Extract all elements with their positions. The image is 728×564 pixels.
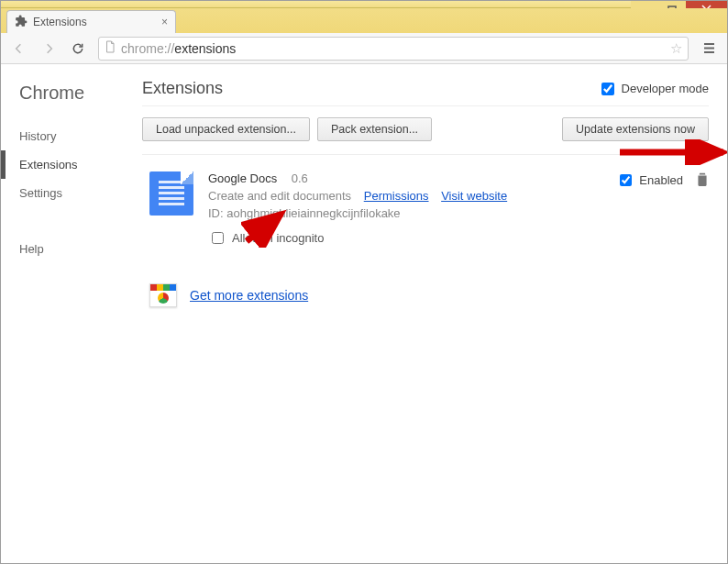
sidebar-item-help[interactable]: Help xyxy=(19,235,138,263)
bookmark-star-icon[interactable]: ☆ xyxy=(670,40,682,57)
sidebar-item-settings[interactable]: Settings xyxy=(19,179,138,207)
developer-mode-label: Developer mode xyxy=(622,82,709,95)
enabled-toggle[interactable]: Enabled xyxy=(616,171,683,189)
forward-button[interactable] xyxy=(36,36,61,61)
allow-incognito-toggle[interactable]: Allow in incognito xyxy=(208,229,601,247)
chrome-menu-button[interactable] xyxy=(696,36,722,61)
developer-mode-checkbox[interactable] xyxy=(601,83,614,95)
get-more-extensions-link[interactable]: Get more extensions xyxy=(190,288,308,303)
reload-button[interactable] xyxy=(65,36,91,61)
puzzle-piece-icon xyxy=(15,15,28,30)
permissions-link[interactable]: Permissions xyxy=(364,189,429,203)
page-icon xyxy=(105,40,116,56)
sidebar-title: Chrome xyxy=(19,83,138,104)
extension-description: Create and edit documents xyxy=(208,189,351,203)
pack-extension-button[interactable]: Pack extension... xyxy=(317,117,432,141)
tab-close-icon[interactable]: × xyxy=(161,16,168,28)
back-button[interactable] xyxy=(6,36,32,61)
trash-icon[interactable] xyxy=(696,171,709,189)
load-unpacked-button[interactable]: Load unpacked extension... xyxy=(142,117,310,141)
page-title: Extensions xyxy=(142,79,223,98)
extension-version: 0.6 xyxy=(292,171,308,185)
extension-app-icon xyxy=(149,171,193,216)
allow-incognito-label: Allow in incognito xyxy=(232,231,324,245)
update-extensions-button[interactable]: Update extensions now xyxy=(562,117,709,141)
sidebar-item-extensions[interactable]: Extensions xyxy=(1,150,138,179)
extension-id-label: ID: xyxy=(208,206,224,220)
browser-tab[interactable]: Extensions × xyxy=(6,10,176,33)
tab-title: Extensions xyxy=(33,16,87,28)
developer-mode-toggle[interactable]: Developer mode xyxy=(598,80,709,98)
extension-name: Google Docs xyxy=(208,171,277,185)
enabled-label: Enabled xyxy=(639,173,683,187)
sidebar-item-history[interactable]: History xyxy=(19,122,138,150)
chrome-web-store-icon xyxy=(149,283,177,307)
extension-id: aohghmighlieiainnegkcijnfilokake xyxy=(226,206,400,220)
allow-incognito-checkbox[interactable] xyxy=(212,232,224,244)
url-text: chrome://extensions xyxy=(121,41,236,56)
enabled-checkbox[interactable] xyxy=(620,174,632,186)
address-bar[interactable]: chrome://extensions ☆ xyxy=(98,37,689,61)
visit-website-link[interactable]: Visit website xyxy=(441,189,507,203)
